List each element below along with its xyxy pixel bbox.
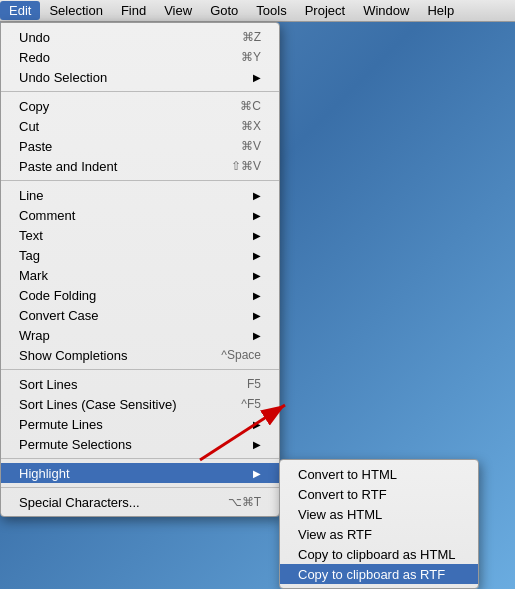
menu-item-undo-selection[interactable]: Undo Selection ▶ bbox=[1, 67, 279, 87]
menubar-item-selection[interactable]: Selection bbox=[40, 1, 111, 20]
menubar-item-edit[interactable]: Edit bbox=[0, 1, 40, 20]
separator-1 bbox=[1, 91, 279, 92]
menu-item-line[interactable]: Line ▶ bbox=[1, 185, 279, 205]
menu-item-permute-lines[interactable]: Permute Lines ▶ bbox=[1, 414, 279, 434]
highlight-submenu: Convert to HTML Convert to RTF View as H… bbox=[279, 459, 479, 589]
submenu-arrow-icon: ▶ bbox=[253, 439, 261, 450]
menu-item-wrap[interactable]: Wrap ▶ bbox=[1, 325, 279, 345]
submenu-item-view-as-html[interactable]: View as HTML bbox=[280, 504, 478, 524]
menu-item-sort-lines[interactable]: Sort Lines F5 bbox=[1, 374, 279, 394]
submenu-arrow-icon: ▶ bbox=[253, 468, 261, 479]
menubar: Edit Selection Find View Goto Tools Proj… bbox=[0, 0, 515, 22]
menu-item-redo[interactable]: Redo ⌘Y bbox=[1, 47, 279, 67]
menu-item-highlight[interactable]: Highlight ▶ Convert to HTML Convert to R… bbox=[1, 463, 279, 483]
submenu-item-view-as-rtf[interactable]: View as RTF bbox=[280, 524, 478, 544]
separator-4 bbox=[1, 458, 279, 459]
menu-item-text[interactable]: Text ▶ bbox=[1, 225, 279, 245]
menubar-item-tools[interactable]: Tools bbox=[247, 1, 295, 20]
separator-5 bbox=[1, 487, 279, 488]
menu-item-code-folding[interactable]: Code Folding ▶ bbox=[1, 285, 279, 305]
submenu-arrow-icon: ▶ bbox=[253, 250, 261, 261]
menu-item-permute-selections[interactable]: Permute Selections ▶ bbox=[1, 434, 279, 454]
menubar-item-find[interactable]: Find bbox=[112, 1, 155, 20]
menu-item-special-characters[interactable]: Special Characters... ⌥⌘T bbox=[1, 492, 279, 512]
submenu-arrow-icon: ▶ bbox=[253, 290, 261, 301]
edit-dropdown-menu: Undo ⌘Z Redo ⌘Y Undo Selection ▶ Copy ⌘C… bbox=[0, 22, 280, 517]
submenu-arrow-icon: ▶ bbox=[253, 270, 261, 281]
separator-2 bbox=[1, 180, 279, 181]
menu-item-cut[interactable]: Cut ⌘X bbox=[1, 116, 279, 136]
menu-item-paste[interactable]: Paste ⌘V bbox=[1, 136, 279, 156]
submenu-arrow-icon: ▶ bbox=[253, 330, 261, 341]
menubar-item-goto[interactable]: Goto bbox=[201, 1, 247, 20]
menu-item-sort-lines-case[interactable]: Sort Lines (Case Sensitive) ^F5 bbox=[1, 394, 279, 414]
separator-3 bbox=[1, 369, 279, 370]
menu-item-comment[interactable]: Comment ▶ bbox=[1, 205, 279, 225]
menu-item-convert-case[interactable]: Convert Case ▶ bbox=[1, 305, 279, 325]
submenu-item-convert-to-html[interactable]: Convert to HTML bbox=[280, 464, 478, 484]
submenu-item-copy-clipboard-html[interactable]: Copy to clipboard as HTML bbox=[280, 544, 478, 564]
menu-item-paste-and-indent[interactable]: Paste and Indent ⇧⌘V bbox=[1, 156, 279, 176]
submenu-arrow-icon: ▶ bbox=[253, 310, 261, 321]
menu-item-show-completions[interactable]: Show Completions ^Space bbox=[1, 345, 279, 365]
menu-item-mark[interactable]: Mark ▶ bbox=[1, 265, 279, 285]
menubar-item-project[interactable]: Project bbox=[296, 1, 354, 20]
submenu-arrow-icon: ▶ bbox=[253, 230, 261, 241]
menu-item-copy[interactable]: Copy ⌘C bbox=[1, 96, 279, 116]
menu-item-undo[interactable]: Undo ⌘Z bbox=[1, 27, 279, 47]
menubar-item-view[interactable]: View bbox=[155, 1, 201, 20]
menu-item-tag[interactable]: Tag ▶ bbox=[1, 245, 279, 265]
submenu-arrow-icon: ▶ bbox=[253, 72, 261, 83]
menubar-item-help[interactable]: Help bbox=[418, 1, 463, 20]
submenu-item-copy-clipboard-rtf[interactable]: Copy to clipboard as RTF bbox=[280, 564, 478, 584]
menubar-item-window[interactable]: Window bbox=[354, 1, 418, 20]
submenu-arrow-icon: ▶ bbox=[253, 190, 261, 201]
submenu-item-convert-to-rtf[interactable]: Convert to RTF bbox=[280, 484, 478, 504]
submenu-arrow-icon: ▶ bbox=[253, 419, 261, 430]
submenu-arrow-icon: ▶ bbox=[253, 210, 261, 221]
